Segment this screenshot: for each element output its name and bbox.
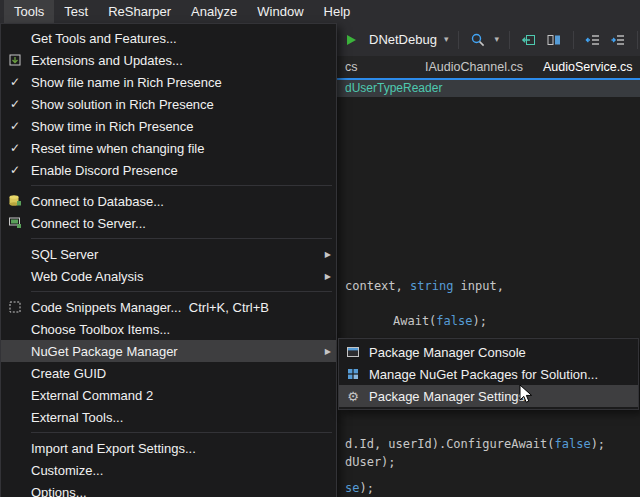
menu-item-sql-server[interactable]: SQL Server ▶	[1, 243, 336, 265]
code-line: context, string input,	[345, 279, 504, 293]
check-icon: ✓	[1, 119, 29, 133]
menu-test-label: Test	[64, 4, 88, 19]
shortcut-text: Ctrl+K, Ctrl+B	[189, 300, 269, 315]
menu-item-external-command-2[interactable]: External Command 2	[1, 384, 336, 406]
split-columns-icon[interactable]	[545, 30, 563, 50]
submenu-arrow-icon: ▶	[315, 250, 331, 259]
database-icon	[1, 194, 29, 208]
menu-test[interactable]: Test	[54, 0, 98, 23]
submenu-arrow-icon: ▶	[315, 272, 331, 281]
start-debug-button[interactable]	[342, 30, 360, 50]
submenu-item-manage-nuget-packages[interactable]: Manage NuGet Packages for Solution...	[339, 363, 638, 385]
menu-analyze[interactable]: Analyze	[181, 0, 247, 23]
submenu-item-package-manager-settings[interactable]: ⚙ Package Manager Settings	[339, 385, 638, 407]
tab-label: IAudioChannel.cs	[425, 60, 523, 74]
menu-item-show-file-name[interactable]: ✓ Show file name in Rich Presence	[1, 71, 336, 93]
play-icon	[347, 35, 356, 45]
menu-item-show-time[interactable]: ✓ Show time in Rich Presence	[1, 115, 336, 137]
menu-item-web-code-analysis[interactable]: Web Code Analysis ▶	[1, 265, 336, 287]
menu-analyze-label: Analyze	[191, 4, 237, 19]
tab-clipped[interactable]: cs	[345, 56, 358, 78]
menu-help[interactable]: Help	[314, 0, 361, 23]
menu-item-code-snippets-manager[interactable]: Code Snippets Manager... Ctrl+K, Ctrl+B	[1, 296, 336, 318]
outdent-icon[interactable]	[584, 30, 602, 50]
check-icon: ✓	[1, 163, 29, 177]
tab-label: cs	[345, 60, 358, 74]
menu-item-connect-to-database[interactable]: Connect to Database...	[1, 190, 336, 212]
gear-icon: ⚙	[347, 390, 359, 403]
menu-help-label: Help	[324, 4, 351, 19]
menu-item-extensions-and-updates[interactable]: Extensions and Updates...	[1, 49, 336, 71]
current-type-name: dUserTypeReader	[345, 81, 442, 95]
vs-window: Tools Test ReSharper Analyze Window Help…	[0, 0, 640, 497]
check-icon: ✓	[1, 141, 29, 155]
submenu-arrow-icon: ▶	[315, 347, 331, 356]
menu-separator	[31, 185, 332, 186]
menu-item-get-tools-and-features[interactable]: Get Tools and Features...	[1, 27, 336, 49]
chevron-down-icon[interactable]: ▾	[494, 35, 499, 44]
menu-separator	[31, 238, 332, 239]
tab-label: AudioService.cs	[543, 60, 633, 74]
code-line: d.Id, userId).ConfigureAwait(false);	[345, 437, 605, 451]
extensions-icon	[1, 53, 29, 67]
menu-resharper[interactable]: ReSharper	[98, 0, 181, 23]
menu-item-show-solution[interactable]: ✓ Show solution in Rich Presence	[1, 93, 336, 115]
menu-item-external-tools[interactable]: External Tools...	[1, 406, 336, 428]
code-line: dUser);	[345, 455, 396, 469]
menu-item-nuget-package-manager[interactable]: NuGet Package Manager ▶	[1, 340, 336, 362]
menu-tools[interactable]: Tools	[4, 0, 54, 23]
code-line: se);	[345, 481, 374, 495]
find-icon[interactable]	[469, 30, 487, 50]
packages-icon	[339, 367, 367, 381]
chevron-down-icon[interactable]: ▾	[444, 35, 449, 44]
menu-item-create-guid[interactable]: Create GUID	[1, 362, 336, 384]
check-icon: ✓	[1, 75, 29, 89]
menu-item-import-export-settings[interactable]: Import and Export Settings...	[1, 437, 336, 459]
menu-separator	[31, 291, 332, 292]
toolbar-separator	[573, 31, 574, 49]
snippets-icon	[1, 300, 29, 314]
submenu-item-package-manager-console[interactable]: Package Manager Console	[339, 341, 638, 363]
toolbar-separator	[458, 31, 459, 49]
menu-item-customize[interactable]: Customize...	[1, 459, 336, 481]
menu-tools-label: Tools	[14, 4, 44, 19]
tab-iaudiochannel[interactable]: IAudioChannel.cs	[425, 56, 523, 78]
menu-item-reset-time[interactable]: ✓ Reset time when changing file	[1, 137, 336, 159]
nuget-submenu: Package Manager Console Manage NuGet Pac…	[338, 338, 639, 410]
menu-item-connect-to-server[interactable]: Connect to Server...	[1, 212, 336, 234]
indent-icon[interactable]	[609, 30, 627, 50]
menu-window[interactable]: Window	[247, 0, 313, 23]
code-line: Await(false);	[393, 314, 487, 328]
mouse-cursor	[518, 384, 538, 404]
menu-bar: Tools Test ReSharper Analyze Window Help	[0, 0, 640, 23]
server-icon	[1, 216, 29, 230]
menu-item-options[interactable]: Options...	[1, 481, 336, 497]
menu-resharper-label: ReSharper	[108, 4, 171, 19]
export-template-icon[interactable]	[520, 30, 538, 50]
console-icon	[339, 345, 367, 359]
menu-item-enable-discord-presence[interactable]: ✓ Enable Discord Presence	[1, 159, 336, 181]
tools-menu-dropdown: Get Tools and Features... Extensions and…	[0, 23, 337, 497]
menu-separator	[31, 432, 332, 433]
tab-audioservice[interactable]: AudioService.cs	[543, 56, 633, 78]
check-icon: ✓	[1, 97, 29, 111]
toolbar-separator	[509, 31, 510, 49]
menu-window-label: Window	[257, 4, 303, 19]
debug-target-selector[interactable]: DNetDebug	[369, 32, 437, 47]
toolbar-separator	[637, 31, 638, 49]
menu-item-choose-toolbox-items[interactable]: Choose Toolbox Items...	[1, 318, 336, 340]
